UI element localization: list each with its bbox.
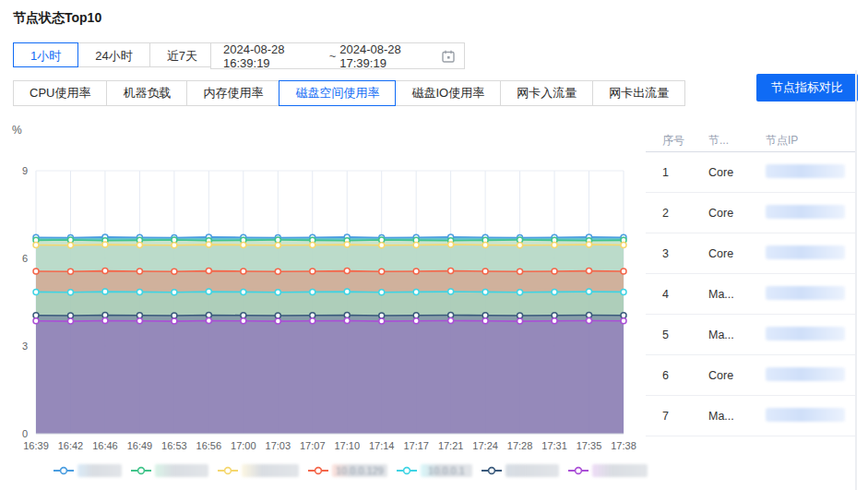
svg-text:16:46: 16:46	[92, 440, 118, 451]
svg-text:17:07: 17:07	[300, 440, 326, 451]
svg-text:16:42: 16:42	[58, 440, 84, 451]
row-node-type: Core	[708, 247, 766, 260]
svg-text:6: 6	[22, 253, 28, 264]
row-ip-redacted	[766, 164, 845, 178]
svg-text:17:31: 17:31	[541, 440, 567, 451]
row-node-type: Core	[708, 207, 766, 220]
legend-label-redacted	[242, 464, 299, 477]
row-index: 2	[662, 207, 708, 220]
row-node-type: Core	[708, 166, 766, 179]
legend-marker-icon	[308, 466, 328, 475]
legend-item-node-1[interactable]	[54, 464, 122, 477]
tab-磁盘空间使用率[interactable]: 磁盘空间使用率	[279, 80, 396, 106]
legend-item-node-3[interactable]	[218, 464, 299, 477]
svg-text:17:14: 17:14	[369, 440, 395, 451]
row-index: 7	[662, 410, 708, 423]
svg-text:17:24: 17:24	[472, 440, 498, 451]
tab-CPU使用率[interactable]: CPU使用率	[13, 80, 107, 106]
row-node-type: Ma...	[708, 329, 766, 341]
table-row[interactable]: 3Core	[646, 233, 856, 274]
svg-text:17:38: 17:38	[611, 440, 636, 451]
col-header-index: 序号	[662, 133, 708, 149]
row-ip-redacted	[766, 367, 845, 381]
svg-text:0: 0	[22, 428, 28, 439]
tab-网卡出流量[interactable]: 网卡出流量	[592, 80, 685, 106]
node-table: 序号 节... 节点IP 1Core2Core3Core4Ma...5Ma...…	[646, 129, 856, 436]
legend-label-redacted: 10.0.0.129	[332, 464, 387, 477]
row-index: 5	[662, 329, 708, 341]
legend-label-redacted	[77, 464, 122, 477]
row-node-type: Ma...	[708, 288, 766, 301]
row-ip-redacted	[766, 408, 845, 422]
row-node-type: Ma...	[708, 410, 766, 423]
calendar-icon[interactable]	[442, 50, 455, 63]
time-button-24小时[interactable]: 24小时	[77, 42, 149, 67]
row-index: 1	[662, 166, 708, 179]
legend-label-redacted	[592, 464, 648, 477]
svg-text:17:28: 17:28	[507, 440, 533, 451]
date-range-picker[interactable]: 2024-08-28 16:39:19 ~ 2024-08-28 17:39:1…	[210, 42, 465, 69]
legend-marker-icon	[218, 466, 238, 475]
tab-机器负载[interactable]: 机器负载	[106, 80, 187, 106]
table-row[interactable]: 1Core	[646, 152, 856, 193]
row-ip-redacted	[766, 245, 845, 259]
time-button-近7天[interactable]: 近7天	[149, 42, 215, 67]
row-ip-redacted	[766, 205, 845, 219]
legend-item-node-2[interactable]	[131, 464, 208, 477]
date-range-separator: ~	[326, 49, 340, 63]
node-table-header: 序号 节... 节点IP	[646, 129, 856, 152]
svg-text:16:49: 16:49	[127, 440, 153, 451]
row-ip-redacted	[766, 327, 845, 341]
time-range-button-group: 1小时24小时近7天	[13, 42, 215, 67]
legend-item-node-7[interactable]	[568, 464, 648, 477]
legend-item-node-4[interactable]: 10.0.0.129	[308, 464, 387, 477]
table-row[interactable]: 7Ma...	[646, 396, 856, 436]
svg-text:17:00: 17:00	[231, 440, 256, 451]
svg-text:9: 9	[22, 165, 28, 176]
date-range-start: 2024-08-28 16:39:19	[211, 42, 326, 70]
row-index: 3	[662, 247, 708, 260]
col-header-type: 节...	[708, 133, 766, 149]
legend-label-redacted	[155, 464, 208, 477]
legend-marker-icon	[131, 466, 151, 475]
disk-usage-area-chart[interactable]: 036916:3916:4216:4616:4916:5316:5617:001…	[0, 129, 646, 490]
row-ip-redacted	[766, 286, 845, 300]
table-row[interactable]: 5Ma...	[646, 315, 856, 355]
svg-text:17:21: 17:21	[438, 440, 464, 451]
svg-text:16:39: 16:39	[23, 440, 49, 451]
date-range-end: 2024-08-28 17:39:19	[339, 42, 442, 70]
table-row[interactable]: 4Ma...	[646, 274, 856, 315]
svg-text:16:53: 16:53	[161, 440, 187, 451]
legend-label-redacted	[505, 464, 559, 477]
col-header-ip: 节点IP	[766, 133, 856, 149]
legend-marker-icon	[397, 466, 417, 475]
svg-text:16:56: 16:56	[196, 440, 222, 451]
node-status-panel: 节点状态Top10 1小时24小时近7天 2024-08-28 16:39:19…	[0, 0, 868, 490]
svg-text:17:17: 17:17	[403, 440, 429, 451]
tab-磁盘IO使用率[interactable]: 磁盘IO使用率	[395, 80, 501, 106]
legend-marker-icon	[54, 466, 74, 475]
tab-网卡入流量[interactable]: 网卡入流量	[500, 80, 593, 106]
legend-marker-icon	[482, 466, 502, 475]
chart-legend: 10.0.0.12910.0.0.1	[54, 464, 648, 477]
legend-marker-icon	[568, 466, 589, 475]
svg-text:3: 3	[22, 341, 28, 352]
legend-item-node-6[interactable]	[482, 464, 559, 477]
legend-item-node-5[interactable]: 10.0.0.1	[397, 464, 472, 477]
table-row[interactable]: 6Core	[646, 355, 856, 396]
svg-text:17:10: 17:10	[334, 440, 360, 451]
node-metric-compare-button[interactable]: 节点指标对比	[756, 74, 858, 102]
time-button-1小时[interactable]: 1小时	[13, 42, 78, 67]
row-index: 4	[662, 288, 708, 301]
row-index: 6	[662, 369, 708, 382]
tab-内存使用率[interactable]: 内存使用率	[186, 80, 279, 106]
metric-tabs: CPU使用率机器负载内存使用率磁盘空间使用率磁盘IO使用率网卡入流量网卡出流量	[13, 80, 685, 106]
svg-text:17:03: 17:03	[266, 440, 291, 451]
table-scrollbar[interactable]	[855, 70, 857, 490]
table-row[interactable]: 2Core	[646, 193, 856, 233]
svg-text:17:35: 17:35	[577, 440, 602, 451]
page-title: 节点状态Top10	[13, 10, 101, 27]
row-node-type: Core	[708, 369, 766, 382]
legend-label-redacted: 10.0.0.1	[421, 464, 472, 477]
